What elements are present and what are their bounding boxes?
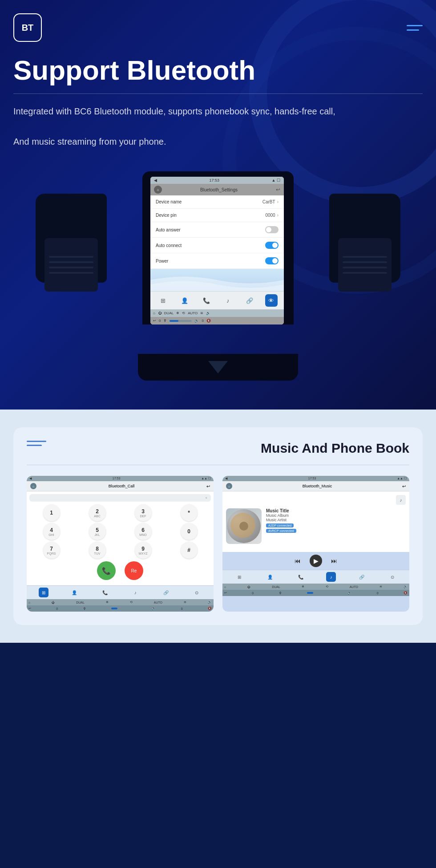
power-toggle[interactable]: [265, 257, 279, 264]
key-8[interactable]: 8TUV: [89, 542, 106, 559]
music-content: Music Title Music Album Music Artist A2D…: [226, 508, 406, 544]
home-s[interactable]: ⌂: [28, 601, 30, 604]
slider-fill-s: [111, 608, 117, 609]
call-time: 17:53: [113, 477, 121, 480]
key-1[interactable]: 1: [43, 504, 60, 521]
back-m[interactable]: ↩: [224, 591, 227, 595]
auto-answer-row[interactable]: Auto answer: [150, 222, 284, 238]
phone-icon-btn[interactable]: 📞: [200, 294, 213, 307]
grid-btn[interactable]: ⊞: [39, 588, 48, 597]
device-name-row[interactable]: Device name CarBT ›: [150, 195, 284, 209]
grid-icon-btn[interactable]: ⊞: [157, 294, 169, 307]
call-bottom-ctrl: ⌂ ⏻ DUAL ❄ ⟲ AUTO ≋ 🔊: [27, 599, 214, 605]
music-icon-btn[interactable]: ♪: [222, 294, 234, 307]
auto-connect-row[interactable]: Auto connect: [150, 238, 284, 253]
music-bottom-ctrl: ⌂ ⏻ DUAL ❄ ⟲ AUTO ≋ 🔊: [222, 584, 409, 590]
device-pin-row[interactable]: Device pin 0000 ›: [150, 209, 284, 222]
fan-ctrl[interactable]: ❄: [176, 311, 179, 315]
call-actions: 📞 Re: [29, 561, 211, 580]
key-3[interactable]: 3DEF: [135, 504, 152, 521]
back-s[interactable]: ↩: [28, 607, 31, 610]
eye-btn[interactable]: ⊙: [192, 588, 202, 597]
auto-connect-toggle[interactable]: [265, 242, 279, 249]
loop-s[interactable]: ⟲: [130, 600, 133, 604]
power-row[interactable]: Power: [150, 253, 284, 269]
prev-btn[interactable]: ⏮: [295, 557, 301, 564]
mute-s[interactable]: 🔇: [208, 607, 212, 610]
spk-m[interactable]: 🔈: [347, 591, 351, 595]
power-ctrl[interactable]: ⏻: [158, 311, 161, 315]
loop-m[interactable]: ⟲: [326, 585, 328, 588]
nav-back-arrow[interactable]: ↩: [276, 187, 280, 193]
key-4[interactable]: 4GHI: [43, 523, 60, 540]
music-btn[interactable]: ♪: [130, 588, 140, 597]
pwr-m[interactable]: ⏻: [247, 585, 250, 588]
link-btn[interactable]: 🔗: [161, 588, 171, 597]
redial-button[interactable]: Re: [125, 561, 143, 580]
link-btn-m[interactable]: 🔗: [357, 572, 367, 582]
eye-icon-btn[interactable]: 👁: [265, 294, 278, 307]
air-s[interactable]: ≋: [184, 600, 186, 604]
back-ctrl[interactable]: ↩: [153, 319, 156, 323]
speaker-ctrl[interactable]: 🔈: [194, 319, 199, 323]
person-btn-m[interactable]: 👤: [265, 572, 275, 582]
search-bar[interactable]: ×: [29, 494, 211, 502]
auto-label: AUTO: [188, 311, 198, 315]
grid-btn-m[interactable]: ⊞: [234, 572, 244, 582]
slider-track[interactable]: [170, 320, 192, 322]
music-home[interactable]: ⌂: [226, 483, 232, 489]
link-icon-btn[interactable]: 🔗: [243, 294, 256, 307]
nav-back[interactable]: ⌂: [154, 186, 162, 194]
key-5[interactable]: 5JKL: [89, 523, 106, 540]
eye-btn-m[interactable]: ⊙: [388, 572, 397, 582]
call-home[interactable]: ⌂: [30, 483, 36, 489]
person-btn[interactable]: 👤: [69, 588, 79, 597]
status-bar: ◀ 17:53 ▲ ☐: [150, 177, 284, 184]
slider-m[interactable]: [307, 592, 323, 594]
call-back[interactable]: ↩: [206, 484, 210, 489]
screen-mount-bottom: [138, 354, 298, 381]
mic-m[interactable]: 🎙: [279, 592, 282, 595]
bottom-hamburger[interactable]: [27, 441, 46, 446]
music-back[interactable]: ↩: [402, 484, 406, 489]
key-9[interactable]: 9WXYZ: [135, 542, 152, 559]
pwr-s[interactable]: ⏻: [52, 601, 55, 604]
air-ctrl[interactable]: ≋: [200, 311, 203, 315]
mute-ctrl[interactable]: 🔇: [206, 319, 211, 323]
person-icon-btn[interactable]: 👤: [178, 294, 191, 307]
mic-s[interactable]: 🎙: [83, 607, 86, 610]
fan-m[interactable]: ❄: [302, 585, 304, 588]
hamburger-menu[interactable]: [407, 25, 423, 31]
home-m[interactable]: ⌂: [224, 585, 226, 588]
phone-btn-m[interactable]: 📞: [296, 572, 306, 582]
mute-m[interactable]: 🔇: [404, 591, 408, 595]
call-button[interactable]: 📞: [97, 561, 116, 580]
fan-s[interactable]: ❄: [106, 600, 109, 604]
key-7[interactable]: 7PQRS: [43, 542, 60, 559]
vol-s[interactable]: 🔊: [208, 600, 212, 604]
air-m[interactable]: ≋: [379, 585, 382, 588]
screen-triangle: [208, 361, 228, 373]
phone-btn[interactable]: 📞: [100, 588, 110, 597]
vent-line: [49, 261, 93, 263]
home-ctrl[interactable]: ⌂: [153, 311, 155, 315]
next-btn[interactable]: ⏭: [331, 557, 337, 564]
key-star[interactable]: *: [181, 504, 198, 521]
key-6[interactable]: 6MNO: [135, 523, 152, 540]
play-btn[interactable]: ▶: [310, 555, 322, 567]
close-icon[interactable]: ×: [205, 496, 207, 500]
vol-ctrl[interactable]: 🔊: [206, 311, 210, 315]
music-btn-m[interactable]: ♪: [326, 572, 336, 582]
spk-s[interactable]: 🔈: [152, 607, 156, 610]
vol-m[interactable]: 🔊: [404, 585, 408, 588]
call-bottom-ctrl-2: ↩ 0 🎙 🔈 0 🔇: [27, 605, 214, 612]
auto-answer-toggle[interactable]: [265, 226, 279, 233]
key-2[interactable]: 2ABC: [89, 504, 106, 521]
key-0[interactable]: 0: [181, 523, 198, 540]
mic-ctrl[interactable]: 🎙: [163, 319, 167, 323]
loop-ctrl[interactable]: ⟲: [182, 311, 185, 315]
slider-s[interactable]: [111, 608, 127, 609]
call-title: Bluetooth_Call: [109, 484, 135, 488]
music-note-btn[interactable]: ♪: [396, 495, 406, 505]
key-hash[interactable]: #: [181, 542, 198, 559]
